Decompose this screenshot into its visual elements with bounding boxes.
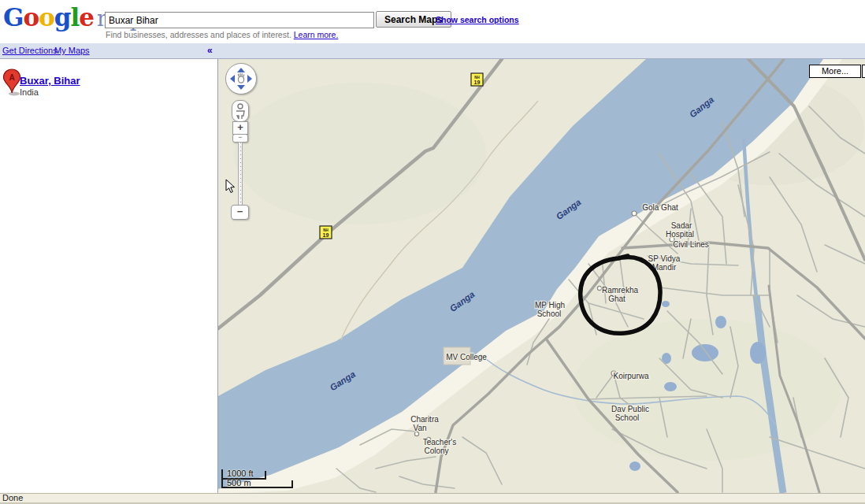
mouse-cursor-icon	[225, 179, 236, 194]
svg-text:NH: NH	[323, 228, 329, 232]
place-label: Ramrekha	[602, 286, 639, 295]
scale-imperial-label: 1000 ft	[227, 469, 254, 478]
place-label: Charitra	[410, 415, 439, 424]
place-label: Hospital	[666, 230, 694, 239]
collapse-sidebar-icon[interactable]: «	[207, 45, 213, 56]
pan-control[interactable]	[225, 63, 257, 94]
pan-hand-icon[interactable]	[238, 73, 243, 83]
scale-metric-label: 500 m	[227, 478, 251, 487]
place-label: Dav Public	[611, 405, 649, 413]
place-label: SP Vidya	[648, 254, 681, 263]
marker-letter: A	[9, 73, 14, 82]
place-label: Gola Ghat	[642, 203, 678, 212]
place-label: Civil Lines	[673, 240, 709, 249]
result-title-link[interactable]: Buxar, Bihar	[20, 75, 80, 87]
nh19-shield: NH 19	[320, 226, 332, 239]
results-sidebar: A Buxar, Bihar India	[0, 59, 217, 493]
place-label: Teacher's	[423, 438, 457, 447]
search-input[interactable]	[105, 12, 374, 28]
place-label: Koirpurwa	[613, 372, 648, 380]
zoom-slider-track[interactable]	[238, 142, 243, 206]
show-search-options-link[interactable]: Show search options	[436, 15, 519, 24]
place-label: MV College	[446, 353, 487, 361]
place-label: Colony	[424, 447, 448, 455]
svg-text:19: 19	[474, 80, 481, 85]
place-label: School	[537, 309, 562, 318]
search-caption: Find businesses, addresses and places of…	[106, 30, 338, 39]
place-label: School	[615, 413, 640, 422]
result-subtitle: India	[20, 87, 39, 97]
pan-up-icon[interactable]	[237, 68, 245, 72]
place-label: Van	[413, 424, 426, 432]
svg-text:NH: NH	[474, 76, 480, 80]
get-directions-link[interactable]: Get Directions	[2, 46, 58, 55]
links-toolbar: Get Directions My Maps	[0, 43, 865, 59]
place-label: MP High	[535, 301, 565, 309]
map-canvas[interactable]: NH 19 NH 19 Ganga Ganga Ganga Ganga Gola…	[218, 59, 865, 493]
svg-text:19: 19	[323, 232, 329, 238]
pegman-streetview-control[interactable]	[232, 100, 249, 122]
map-type-button-edge[interactable]	[862, 65, 865, 78]
my-maps-link[interactable]: My Maps	[54, 46, 90, 55]
place-label: Ghat	[608, 295, 626, 303]
pan-left-icon[interactable]	[230, 75, 235, 83]
place-label: Sadar	[671, 221, 692, 230]
nh19-shield: NH 19	[471, 73, 483, 86]
pan-right-icon[interactable]	[247, 75, 252, 83]
zoom-out-button[interactable]: −	[231, 205, 249, 220]
browser-status-bar: Done	[0, 493, 865, 502]
pan-down-icon[interactable]	[237, 85, 245, 90]
pegman-icon	[236, 104, 244, 119]
learn-more-link[interactable]: Learn more.	[294, 30, 339, 39]
more-button[interactable]: More...	[809, 65, 861, 78]
